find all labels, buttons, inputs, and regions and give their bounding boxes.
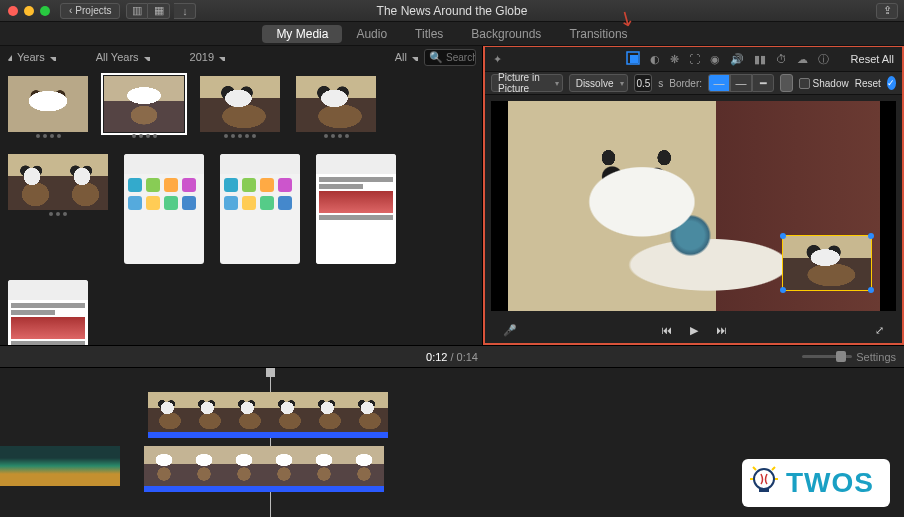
zoom-slider[interactable]	[802, 355, 852, 358]
clip-thumb[interactable]	[296, 76, 376, 138]
years-filter[interactable]: Years	[6, 51, 56, 63]
all-years-filter[interactable]: All Years	[96, 51, 150, 63]
color-balance-icon[interactable]: ◐	[650, 53, 660, 66]
close-window-button[interactable]	[8, 6, 18, 16]
speed-icon[interactable]: ⏱	[776, 53, 787, 65]
year-filter[interactable]: 2019	[190, 51, 225, 63]
pip-reset-button[interactable]: Reset	[855, 78, 881, 89]
resize-handle[interactable]	[868, 233, 874, 239]
current-time: 0:12	[426, 351, 447, 363]
clip-thumb[interactable]	[316, 154, 396, 264]
share-icon: ⇪	[883, 4, 892, 17]
clip-thumb[interactable]	[8, 154, 108, 264]
search-input[interactable]	[446, 52, 476, 63]
border-thick[interactable]: ━	[752, 74, 774, 92]
fullscreen-icon[interactable]: ⤢	[875, 324, 884, 337]
transport-controls: 🎤 ⏮ ▶ ⏭ ⤢	[485, 317, 902, 343]
color-correction-icon[interactable]: ❋	[670, 53, 679, 66]
layout-list-icon[interactable]: ▥	[126, 3, 148, 19]
playhead[interactable]	[270, 368, 271, 517]
resize-handle[interactable]	[780, 233, 786, 239]
timeline-clip-frame	[148, 392, 188, 432]
clip-thumb[interactable]	[104, 76, 184, 138]
settings-button[interactable]: Settings	[856, 351, 896, 363]
timeline-clip-frame	[308, 392, 348, 432]
prev-button[interactable]: ⏮	[661, 324, 672, 336]
border-color-swatch[interactable]	[780, 74, 793, 92]
pip-overlay[interactable]	[782, 235, 872, 291]
clip-dots	[8, 212, 108, 216]
tab-my-media[interactable]: My Media	[262, 25, 342, 43]
search-field[interactable]: 🔍	[424, 49, 476, 66]
watermark-logo: TWOS	[742, 459, 890, 507]
all-label: All	[395, 51, 407, 63]
chevron-down-icon	[142, 53, 150, 61]
clip-thumb[interactable]	[220, 154, 300, 264]
magic-wand-icon[interactable]: ✦	[493, 53, 502, 66]
clip-thumb[interactable]	[200, 76, 280, 138]
duration-unit: s	[658, 78, 663, 89]
timeline-track-main[interactable]	[0, 446, 384, 486]
minimize-window-button[interactable]	[24, 6, 34, 16]
tab-audio[interactable]: Audio	[342, 25, 401, 43]
audio-waveform[interactable]	[144, 486, 384, 492]
border-thin[interactable]: —	[730, 74, 752, 92]
clip-thumb[interactable]	[124, 154, 204, 264]
chevron-left-icon: ‹	[69, 5, 72, 16]
back-to-projects-button[interactable]: ‹ Projects	[60, 3, 120, 19]
clip-thumb[interactable]	[8, 280, 88, 345]
screenshot-thumb	[8, 280, 88, 345]
play-button[interactable]: ▶	[690, 324, 698, 337]
preview-canvas[interactable]	[491, 101, 896, 311]
maximize-window-button[interactable]	[40, 6, 50, 16]
media-grid[interactable]	[0, 68, 482, 345]
library-layout-toggle[interactable]: ▥ ▦	[126, 3, 170, 19]
window-titlebar: ‹ Projects ▥ ▦ ↓ The News Around the Glo…	[0, 0, 904, 22]
lightbulb-icon	[750, 466, 778, 500]
import-button[interactable]: ↓	[174, 3, 196, 19]
tab-titles[interactable]: Titles	[401, 25, 457, 43]
volume-icon[interactable]: 🔊	[730, 53, 744, 66]
total-time: 0:14	[457, 351, 478, 363]
timeline-clip-frame	[184, 446, 224, 486]
timeline-clip-frame	[348, 392, 388, 432]
resize-handle[interactable]	[868, 287, 874, 293]
tab-backgrounds[interactable]: Backgrounds	[457, 25, 555, 43]
svg-rect-1	[630, 55, 638, 63]
applied-indicator-icon[interactable]: ✓	[887, 76, 896, 90]
info-icon[interactable]: ⓘ	[818, 52, 829, 67]
chevron-down-icon	[48, 53, 56, 61]
border-none[interactable]: —	[708, 74, 730, 92]
noise-reduction-icon[interactable]: ▮▮	[754, 53, 766, 66]
microphone-icon[interactable]: 🎤	[503, 324, 517, 337]
duration-field[interactable]: 0.5	[634, 74, 652, 92]
logo-text: TWOS	[786, 467, 874, 499]
checkbox-icon	[799, 78, 810, 89]
overlay-mode-dropdown[interactable]: Picture in Picture	[491, 74, 563, 92]
crop-icon[interactable]: ⛶	[689, 53, 700, 65]
shadow-checkbox[interactable]: Shadow	[799, 78, 849, 89]
clip-image	[8, 154, 58, 210]
all-years-label: All Years	[96, 51, 139, 63]
preview-viewer: ✦ ◐ ❋ ⛶ ◉ 🔊 ▮▮ ⏱ ☁ ⓘ Reset All Picture i…	[483, 46, 904, 345]
time-separator: /	[450, 351, 453, 363]
all-filter[interactable]: All	[395, 51, 418, 63]
stabilize-icon[interactable]: ◉	[710, 53, 720, 66]
clip-thumb[interactable]	[8, 76, 88, 138]
resize-handle[interactable]	[780, 287, 786, 293]
timeline-track-overlay[interactable]	[148, 392, 388, 432]
clip-image	[296, 76, 376, 132]
clip-filter-icon[interactable]: ☁	[797, 53, 808, 66]
zoom-knob[interactable]	[836, 351, 846, 362]
overlay-tool-icon[interactable]	[626, 51, 640, 67]
reset-all-button[interactable]: Reset All	[851, 53, 894, 65]
border-style-toggle[interactable]: — — ━	[708, 74, 774, 92]
next-button[interactable]: ⏭	[716, 324, 727, 336]
timeline-clip-frame	[188, 392, 228, 432]
share-button[interactable]: ⇪	[876, 3, 898, 19]
audio-waveform[interactable]	[148, 432, 388, 438]
transition-dropdown[interactable]: Dissolve	[569, 74, 629, 92]
layout-grid-icon[interactable]: ▦	[148, 3, 170, 19]
shadow-label: Shadow	[813, 78, 849, 89]
viewer-toolbar: ✦ ◐ ❋ ⛶ ◉ 🔊 ▮▮ ⏱ ☁ ⓘ Reset All	[485, 47, 902, 71]
